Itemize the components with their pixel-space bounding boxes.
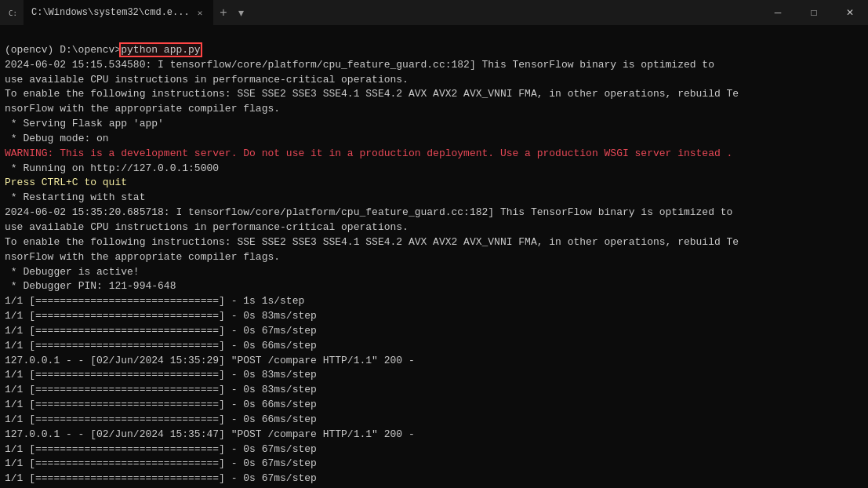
minimize-button[interactable]: ─ <box>760 0 796 25</box>
maximize-button[interactable]: □ <box>796 0 832 25</box>
tab-close-button[interactable]: ✕ <box>194 6 206 20</box>
new-tab-button[interactable]: + <box>213 0 233 25</box>
svg-text:C:: C: <box>9 9 17 17</box>
tab-area: C:\Windows\system32\cmd.e... ✕ + ▾ <box>24 0 760 25</box>
terminal-output: (opencv) D:\opencv>python app.py2024-06-… <box>0 25 868 488</box>
window-controls: ─ □ ✕ <box>760 0 868 25</box>
tab-dropdown-button[interactable]: ▾ <box>234 6 249 19</box>
close-button[interactable]: ✕ <box>832 0 868 25</box>
titlebar: C: C:\Windows\system32\cmd.e... ✕ + ▾ ─ … <box>0 0 868 25</box>
tab-label: C:\Windows\system32\cmd.e... <box>31 7 190 18</box>
app-icon: C: <box>6 6 19 19</box>
tab-cmd[interactable]: C:\Windows\system32\cmd.e... ✕ <box>24 0 213 25</box>
